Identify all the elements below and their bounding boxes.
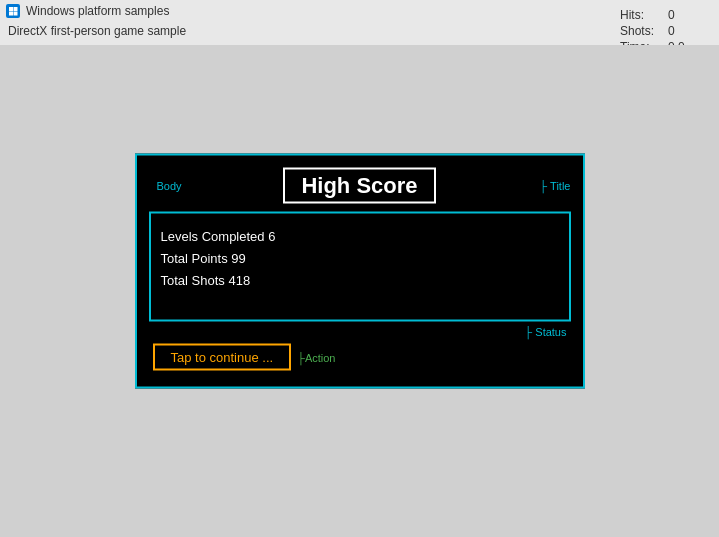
app-icon [6,4,20,18]
svg-rect-3 [14,12,18,16]
svg-rect-0 [9,7,13,11]
status-label: ├ Status [524,326,566,338]
hud-hits-row: Hits: 0 [620,8,688,22]
content-line-3: Total Shots 418 [161,270,559,292]
action-label: ├Action [297,351,335,363]
content-line-1: Levels Completed 6 [161,226,559,248]
title-marker-label: ├ Title [539,180,570,192]
content-line-2: Total Points 99 [161,248,559,270]
hud-shots-label: Shots: [620,24,660,38]
app-subtitle: DirectX first-person game sample [0,22,719,44]
status-row: ├ Status [149,322,571,340]
hud-hits-label: Hits: [620,8,660,22]
game-area: Body High Score ├ Title Levels Completed… [0,45,719,537]
tap-to-continue-button[interactable]: Tap to continue ... [153,344,292,371]
title-box: High Score [283,168,435,204]
hud-shots-row: Shots: 0 [620,24,688,38]
hud-hits-value: 0 [668,8,688,22]
dialog-title-row: Body High Score ├ Title [149,168,571,204]
high-score-dialog: Body High Score ├ Title Levels Completed… [135,154,585,389]
title-bar: Windows platform samples [0,0,719,22]
hud-shots-value: 0 [668,24,688,38]
dialog-body: Levels Completed 6 Total Points 99 Total… [149,212,571,322]
body-label: Body [157,180,182,192]
dialog-content: Levels Completed 6 Total Points 99 Total… [161,226,559,292]
action-row[interactable]: Tap to continue ... ├Action [149,340,571,375]
titlebar-app-name: Windows platform samples [26,4,169,18]
dialog-title: High Score [301,173,417,198]
svg-rect-2 [9,12,13,16]
svg-rect-1 [14,7,18,11]
dialog-overlay: Body High Score ├ Title Levels Completed… [135,154,585,389]
